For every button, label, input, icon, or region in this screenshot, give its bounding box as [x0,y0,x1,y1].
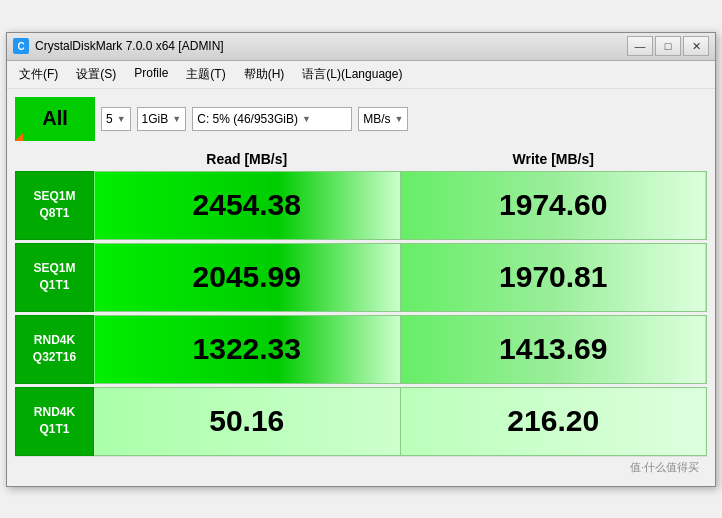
menu-help[interactable]: 帮助(H) [236,63,293,86]
app-window: C CrystalDiskMark 7.0.0 x64 [ADMIN] — □ … [6,32,716,487]
menu-profile[interactable]: Profile [126,63,176,86]
write-rnd4k-q1t1: 216.20 [400,387,707,455]
write-seq1m-q1t1: 1970.81 [400,243,707,311]
size-value: 1GiB [142,112,169,126]
read-seq1m-q1t1: 2045.99 [94,243,401,311]
menu-file[interactable]: 文件(F) [11,63,66,86]
unit-arrow: ▼ [395,114,404,124]
drive-value: C: 5% (46/953GiB) [197,112,298,126]
table-row: SEQ1M Q8T1 2454.38 1974.60 [16,171,707,239]
count-value: 5 [106,112,113,126]
row-label-rnd4k-q32t16: RND4K Q32T16 [16,315,94,383]
count-select[interactable]: 5 ▼ [101,107,131,131]
table-row: RND4K Q32T16 1322.33 1413.69 [16,315,707,383]
title-bar: C CrystalDiskMark 7.0.0 x64 [ADMIN] — □ … [7,33,715,61]
header-empty [16,147,94,172]
read-seq1m-q8t1: 2454.38 [94,171,401,239]
write-rnd4k-q32t16: 1413.69 [400,315,707,383]
main-content: All 5 ▼ 1GiB ▼ C: 5% (46/953GiB) ▼ MB/s … [7,89,715,486]
row-label-seq1m-q1t1: SEQ1M Q1T1 [16,243,94,311]
row-label-rnd4k-q1t1: RND4K Q1T1 [16,387,94,455]
all-button[interactable]: All [15,97,95,141]
drive-select[interactable]: C: 5% (46/953GiB) ▼ [192,107,352,131]
menu-bar: 文件(F) 设置(S) Profile 主题(T) 帮助(H) 语言(L)(La… [7,61,715,89]
header-write: Write [MB/s] [400,147,707,172]
watermark: 值·什么值得买 [630,461,699,473]
minimize-button[interactable]: — [627,36,653,56]
benchmark-table: Read [MB/s] Write [MB/s] SEQ1M Q8T1 2454… [15,147,707,456]
table-row: RND4K Q1T1 50.16 216.20 [16,387,707,455]
top-controls: All 5 ▼ 1GiB ▼ C: 5% (46/953GiB) ▼ MB/s … [15,97,707,141]
size-arrow: ▼ [172,114,181,124]
count-arrow: ▼ [117,114,126,124]
read-rnd4k-q1t1: 50.16 [94,387,401,455]
unit-select[interactable]: MB/s ▼ [358,107,408,131]
maximize-button[interactable]: □ [655,36,681,56]
window-controls: — □ ✕ [627,36,709,56]
drive-arrow: ▼ [302,114,311,124]
close-button[interactable]: ✕ [683,36,709,56]
menu-theme[interactable]: 主题(T) [178,63,233,86]
header-read: Read [MB/s] [94,147,401,172]
status-bar: 值·什么值得买 [15,456,707,478]
write-seq1m-q8t1: 1974.60 [400,171,707,239]
menu-settings[interactable]: 设置(S) [68,63,124,86]
unit-value: MB/s [363,112,390,126]
size-select[interactable]: 1GiB ▼ [137,107,187,131]
row-label-seq1m-q8t1: SEQ1M Q8T1 [16,171,94,239]
menu-language[interactable]: 语言(L)(Language) [294,63,410,86]
table-row: SEQ1M Q1T1 2045.99 1970.81 [16,243,707,311]
read-rnd4k-q32t16: 1322.33 [94,315,401,383]
table-header: Read [MB/s] Write [MB/s] [16,147,707,172]
app-icon: C [13,38,29,54]
window-title: CrystalDiskMark 7.0.0 x64 [ADMIN] [35,39,627,53]
